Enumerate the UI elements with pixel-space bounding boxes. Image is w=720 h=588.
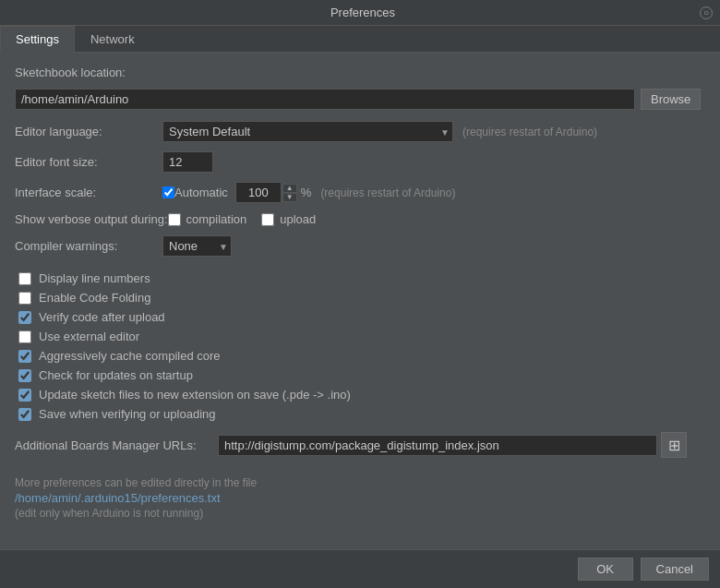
- save-when-verifying-label: Save when verifying or uploading: [39, 407, 216, 421]
- verbose-checkboxes: compilation upload: [168, 212, 331, 226]
- check-updates-row: Check for updates on startup: [15, 368, 705, 382]
- check-updates-checkbox[interactable]: [18, 369, 31, 382]
- compilation-label: compilation: [186, 212, 247, 226]
- editor-font-size-label: Editor font size:: [15, 155, 162, 169]
- boards-url-label: Additional Boards Manager URLs:: [15, 438, 218, 452]
- editor-language-label: Editor language:: [15, 125, 162, 138]
- scale-restart-hint: (requires restart of Arduino): [320, 186, 455, 199]
- language-restart-hint: (requires restart of Arduino): [462, 126, 597, 138]
- boards-url-edit-button[interactable]: ⊞: [661, 432, 687, 458]
- settings-content: Sketchbook location: Browse Editor langu…: [0, 53, 720, 549]
- upload-label: upload: [280, 212, 316, 226]
- compiler-warnings-label: Compiler warnings:: [15, 239, 162, 253]
- bottom-bar: OK Cancel: [0, 549, 720, 588]
- update-sketch-files-label: Update sketch files to new extension on …: [39, 388, 351, 402]
- cancel-button[interactable]: Cancel: [641, 558, 709, 581]
- external-editor-label: Use external editor: [39, 330, 139, 343]
- display-line-numbers-row: Display line numbers: [15, 271, 705, 285]
- compilation-item: compilation: [168, 212, 247, 226]
- scale-down-button[interactable]: ▼: [282, 193, 297, 202]
- dialog-title: Preferences: [26, 6, 700, 19]
- scale-spinner: ▲ ▼: [282, 184, 297, 202]
- aggressively-cache-label: Aggressively cache compiled core: [39, 349, 221, 363]
- interface-scale-row: Interface scale: Automatic ▲ ▼ % (requir…: [15, 182, 705, 203]
- check-updates-label: Check for updates on startup: [39, 368, 193, 382]
- save-when-verifying-row: Save when verifying or uploading: [15, 407, 705, 421]
- verify-code-checkbox[interactable]: [18, 311, 31, 324]
- close-button[interactable]: ○: [700, 6, 713, 19]
- editor-language-select-wrapper: System Default ▼: [162, 121, 453, 142]
- boards-url-input[interactable]: [218, 435, 657, 456]
- enable-code-folding-label: Enable Code Folding: [39, 291, 150, 305]
- save-when-verifying-checkbox[interactable]: [18, 408, 31, 421]
- boards-url-row: Additional Boards Manager URLs: ⊞: [15, 432, 705, 458]
- sketchbook-row: Sketchbook location:: [15, 66, 705, 79]
- upload-item: upload: [261, 212, 316, 226]
- scale-controls: Automatic ▲ ▼ % (requires restart of Ard…: [162, 182, 455, 203]
- display-line-numbers-label: Display line numbers: [39, 271, 150, 285]
- external-editor-row: Use external editor: [15, 330, 705, 343]
- verify-code-row: Verify code after upload: [15, 310, 705, 324]
- ok-button[interactable]: OK: [578, 558, 633, 581]
- compiler-warnings-select-wrapper: None Default More All ▼: [162, 235, 232, 257]
- compilation-checkbox[interactable]: [168, 213, 181, 226]
- interface-scale-label: Interface scale:: [15, 186, 162, 199]
- preferences-dialog: Preferences ○ Settings Network Sketchboo…: [0, 0, 720, 588]
- external-editor-checkbox[interactable]: [18, 330, 31, 343]
- update-sketch-files-checkbox[interactable]: [18, 389, 31, 402]
- display-line-numbers-checkbox[interactable]: [18, 272, 31, 285]
- verify-code-label: Verify code after upload: [39, 310, 165, 324]
- aggressively-cache-checkbox[interactable]: [18, 350, 31, 363]
- verbose-output-label: Show verbose output during:: [15, 212, 168, 226]
- verbose-output-row: Show verbose output during: compilation …: [15, 212, 705, 226]
- prefs-file-path: /home/amin/.arduino15/preferences.txt: [15, 491, 705, 505]
- update-sketch-files-row: Update sketch files to new extension on …: [15, 388, 705, 402]
- sketchbook-input[interactable]: [15, 89, 635, 110]
- editor-font-size-row: Editor font size:: [15, 151, 705, 173]
- enable-code-folding-row: Enable Code Folding: [15, 291, 705, 305]
- enable-code-folding-checkbox[interactable]: [18, 292, 31, 305]
- compiler-warnings-row: Compiler warnings: None Default More All…: [15, 235, 705, 257]
- percent-label: %: [301, 186, 312, 199]
- tab-network[interactable]: Network: [75, 26, 150, 53]
- compiler-warnings-select[interactable]: None Default More All: [162, 235, 232, 257]
- scale-value-input[interactable]: [235, 182, 282, 203]
- editor-language-row: Editor language: System Default ▼ (requi…: [15, 121, 705, 142]
- tab-bar: Settings Network: [0, 26, 720, 53]
- sketchbook-input-row: Browse: [15, 89, 705, 110]
- tab-settings[interactable]: Settings: [0, 26, 75, 53]
- editor-language-select[interactable]: System Default: [162, 121, 453, 142]
- more-prefs-note: More preferences can be edited directly …: [15, 476, 705, 489]
- title-bar: Preferences ○: [0, 0, 720, 26]
- sketchbook-label: Sketchbook location:: [15, 66, 162, 79]
- browse-button[interactable]: Browse: [641, 89, 701, 110]
- edit-only-note: (edit only when Arduino is not running): [15, 507, 705, 520]
- upload-checkbox[interactable]: [261, 213, 274, 226]
- aggressively-cache-row: Aggressively cache compiled core: [15, 349, 705, 363]
- automatic-label: Automatic: [174, 186, 228, 199]
- font-size-input[interactable]: [162, 151, 213, 173]
- automatic-scale-checkbox[interactable]: [162, 186, 174, 198]
- scale-up-button[interactable]: ▲: [282, 184, 297, 193]
